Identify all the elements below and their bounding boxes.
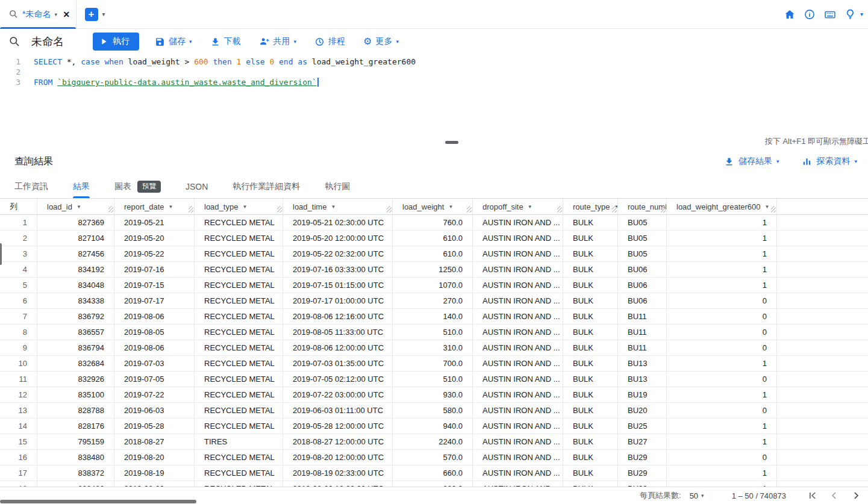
save-button[interactable]: 儲存 ▾ [155,36,192,47]
cell-dropoff_site[interactable]: AUSTIN IRON AND ... [473,434,563,450]
cell-load_weight[interactable]: 610.0 [393,231,473,246]
cell-load_type[interactable]: TIRES [195,434,283,450]
cell-load_type[interactable]: RECYCLED METAL [195,231,283,246]
cell-load_id[interactable]: 827104 [37,231,114,246]
cell-load_weight_greater600[interactable]: 1 [667,356,777,372]
results-tab-1[interactable]: 工作資訊 [14,175,48,198]
cell-load_weight[interactable]: 1070.0 [393,278,473,293]
cell-report_date[interactable]: 2019-08-20 [114,481,195,487]
panel-splitter[interactable]: 按下 Alt+F1 即可顯示無障礙工 [0,136,868,148]
column-header-route_number[interactable]: route_numbe▼ [618,199,667,215]
cell-load_time[interactable]: 2019-07-03 01:35:00 UTC [283,356,393,372]
cell-load_type[interactable]: RECYCLED METAL [195,403,283,418]
cell-load_id[interactable]: 836792 [37,309,114,325]
tab-menu-caret-icon[interactable]: ▾ [54,11,57,17]
cell-dropoff_site[interactable]: AUSTIN IRON AND ... [473,403,563,418]
cell-load_id[interactable]: 838486 [37,481,114,487]
cell-dropoff_site[interactable]: AUSTIN IRON AND ... [473,372,563,387]
cell-load_id[interactable]: 834192 [37,262,114,278]
cell-load_weight_greater600[interactable]: 1 [667,246,777,262]
cell-load_type[interactable]: RECYCLED METAL [195,418,283,434]
cell-load_weight_greater600[interactable]: 1 [667,262,777,278]
cell-route_type[interactable]: BULK [563,278,618,293]
cell-route_type[interactable]: BULK [563,403,618,418]
cell-route_number[interactable]: BU29 [618,465,667,481]
cell-report_date[interactable]: 2019-07-05 [114,372,195,387]
cell-dropoff_site[interactable]: AUSTIN IRON AND ... [473,481,563,487]
cell-load_id[interactable]: 834048 [37,278,114,293]
cell-report_date[interactable]: 2019-05-20 [114,231,195,246]
cell-load_weight_greater600[interactable]: 1 [667,278,777,293]
cell-route_type[interactable]: BULK [563,340,618,356]
cell-route_type[interactable]: BULK [563,465,618,481]
cell-load_weight[interactable]: 570.0 [393,450,473,465]
cell-route_type[interactable]: BULK [563,418,618,434]
cell-route_type[interactable]: BULK [563,262,618,278]
cell-report_date[interactable]: 2019-08-06 [114,340,195,356]
cell-load_type[interactable]: RECYCLED METAL [195,387,283,403]
cell-report_date[interactable]: 2018-08-27 [114,434,195,450]
column-resize-handle[interactable] [771,206,776,213]
cell-dropoff_site[interactable]: AUSTIN IRON AND ... [473,293,563,309]
code-line[interactable]: FROM `bigquery-public-data.austin_waste.… [34,77,416,87]
cell-load_id[interactable]: 836557 [37,325,114,340]
cell-route_number[interactable]: BU11 [618,325,667,340]
cell-load_time[interactable]: 2019-06-03 01:11:00 UTC [283,403,393,418]
cell-report_date[interactable]: 2019-06-03 [114,403,195,418]
column-menu-caret-icon[interactable]: ▼ [448,204,453,210]
cell-load_weight_greater600[interactable]: 1 [667,387,777,403]
cell-load_id[interactable]: 832684 [37,356,114,372]
cell-dropoff_site[interactable]: AUSTIN IRON AND ... [473,262,563,278]
cell-route_type[interactable]: BULK [563,293,618,309]
cell-load_weight[interactable]: 940.0 [393,418,473,434]
cell-load_id[interactable]: 835100 [37,387,114,403]
cell-load_weight_greater600[interactable]: 0 [667,325,777,340]
cell-route_number[interactable]: BU11 [618,309,667,325]
cell-load_weight_greater600[interactable]: 0 [667,293,777,309]
info-icon[interactable] [804,8,816,20]
results-tab-2[interactable]: 結果 [73,175,90,198]
cell-load_id[interactable]: 828788 [37,403,114,418]
cell-route_type[interactable]: BULK [563,231,618,246]
cell-report_date[interactable]: 2019-08-20 [114,450,195,465]
cell-load_time[interactable]: 2019-08-05 11:33:00 UTC [283,325,393,340]
column-resize-handle[interactable] [467,206,472,213]
cell-route_number[interactable]: BU29 [618,450,667,465]
cell-load_weight_greater600[interactable]: 1 [667,231,777,246]
cell-route_number[interactable]: BU27 [618,434,667,450]
first-page-button[interactable] [807,490,819,502]
previous-page-button[interactable] [828,490,840,502]
query-tab[interactable]: *未命名 ▾ × [0,0,76,29]
cell-load_weight[interactable]: 510.0 [393,372,473,387]
cell-load_time[interactable]: 2019-08-06 12:00:00 UTC [283,340,393,356]
code-line[interactable]: SELECT *, case when load_weight > 600 th… [34,57,416,67]
cell-route_number[interactable]: BU13 [618,356,667,372]
cell-route_number[interactable]: BU06 [618,293,667,309]
column-header-load_type[interactable]: load_type▼ [195,199,283,215]
cell-dropoff_site[interactable]: AUSTIN IRON AND ... [473,465,563,481]
cell-load_time[interactable]: 2019-07-22 03:00:00 UTC [283,387,393,403]
code-line[interactable] [34,67,416,77]
column-header-dropoff_site[interactable]: dropoff_site▼ [473,199,563,215]
cell-route_type[interactable]: BULK [563,356,618,372]
cell-load_weight_greater600[interactable]: 0 [667,450,777,465]
cell-load_id[interactable]: 836794 [37,340,114,356]
cell-route_type[interactable]: BULK [563,215,618,231]
cell-load_id[interactable]: 827369 [37,215,114,231]
cell-dropoff_site[interactable]: AUSTIN IRON AND ... [473,325,563,340]
cell-dropoff_site[interactable]: AUSTIN IRON AND ... [473,340,563,356]
cell-dropoff_site[interactable]: AUSTIN IRON AND ... [473,246,563,262]
cell-load_weight_greater600[interactable]: 0 [667,340,777,356]
cell-load_time[interactable]: 2019-05-21 02:30:00 UTC [283,215,393,231]
cell-load_type[interactable]: RECYCLED METAL [195,356,283,372]
column-header-load_time[interactable]: load_time▼ [283,199,393,215]
cell-route_number[interactable]: BU05 [618,215,667,231]
cell-route_number[interactable]: BU05 [618,231,667,246]
cell-load_time[interactable]: 2019-07-16 03:33:00 UTC [283,262,393,278]
cell-dropoff_site[interactable]: AUSTIN IRON AND ... [473,356,563,372]
cell-load_id[interactable]: 838480 [37,450,114,465]
column-menu-caret-icon[interactable]: ▼ [331,204,336,210]
cell-load_time[interactable]: 2019-05-28 12:00:00 UTC [283,418,393,434]
column-menu-caret-icon[interactable]: ▼ [528,204,532,210]
new-tab-button[interactable]: + [85,8,98,21]
